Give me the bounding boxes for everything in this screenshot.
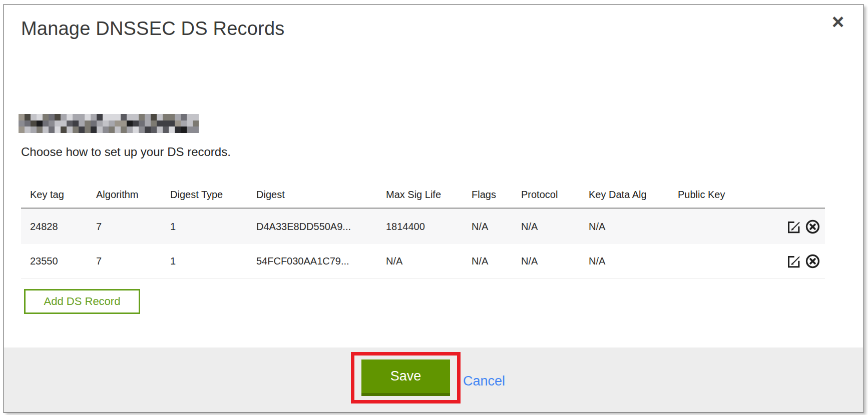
cell-protocol: N/A: [512, 221, 580, 232]
intro-text: Choose how to set up your DS records.: [21, 145, 231, 159]
col-header-digest: Digest: [247, 189, 377, 208]
cell-flags: N/A: [463, 221, 512, 232]
col-header-public-key: Public Key: [669, 189, 775, 208]
delete-record-button[interactable]: [804, 218, 821, 235]
edit-record-button[interactable]: [785, 253, 802, 270]
delete-icon: [805, 254, 820, 269]
col-header-key-data-alg: Key Data Alg: [580, 189, 669, 208]
cell-algorithm: 7: [87, 221, 161, 232]
cell-digest-type: 1: [161, 256, 247, 267]
table-row: 24828 7 1 D4A33E8DD550A9... 1814400 N/A …: [21, 209, 825, 244]
cell-key-data-alg: N/A: [580, 221, 669, 232]
close-icon[interactable]: ×: [826, 10, 850, 34]
ds-records-table: Key tag Algorithm Digest Type Digest Max…: [21, 180, 825, 279]
modal-footer: Save Cancel: [4, 348, 863, 412]
delete-icon: [805, 219, 820, 234]
annotation-highlight-box: Save: [351, 352, 461, 404]
edit-icon: [786, 254, 801, 269]
cell-flags: N/A: [463, 256, 512, 267]
cell-max-sig-life: 1814400: [377, 221, 463, 232]
page-title: Manage DNSSEC DS Records: [21, 18, 284, 40]
col-header-actions: [775, 200, 825, 208]
table-header-row: Key tag Algorithm Digest Type Digest Max…: [21, 180, 825, 209]
redacted-domain: [19, 114, 199, 133]
cell-protocol: N/A: [512, 256, 580, 267]
cell-key-data-alg: N/A: [580, 256, 669, 267]
cell-digest: 54FCF030AA1C79...: [247, 256, 377, 267]
col-header-flags: Flags: [463, 189, 512, 208]
table-row: 23550 7 1 54FCF030AA1C79... N/A N/A N/A …: [21, 244, 825, 279]
cell-algorithm: 7: [87, 256, 161, 267]
cancel-link[interactable]: Cancel: [463, 374, 505, 389]
cell-digest-type: 1: [161, 221, 247, 232]
col-header-algorithm: Algorithm: [87, 189, 161, 208]
col-header-key-tag: Key tag: [21, 189, 87, 208]
dnssec-modal: Manage DNSSEC DS Records × Choose how to…: [3, 4, 864, 413]
delete-record-button[interactable]: [804, 253, 821, 270]
cell-actions: [775, 253, 825, 270]
save-button[interactable]: Save: [361, 360, 450, 396]
cell-key-tag: 24828: [21, 221, 87, 232]
edit-icon: [786, 219, 801, 234]
cell-max-sig-life: N/A: [377, 256, 463, 267]
edit-record-button[interactable]: [785, 218, 802, 235]
cell-digest: D4A33E8DD550A9...: [247, 221, 377, 232]
add-ds-record-button[interactable]: Add DS Record: [24, 289, 140, 314]
cell-actions: [775, 218, 825, 235]
col-header-protocol: Protocol: [512, 189, 580, 208]
cell-key-tag: 23550: [21, 256, 87, 267]
col-header-digest-type: Digest Type: [161, 189, 247, 208]
col-header-max-sig-life: Max Sig Life: [377, 189, 463, 208]
